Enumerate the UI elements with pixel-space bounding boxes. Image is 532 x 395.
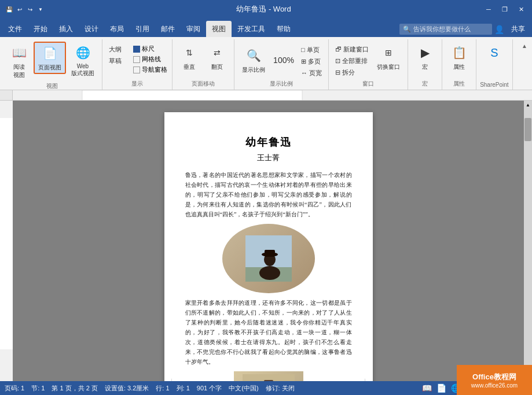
read-view-label: 阅读视图: [13, 63, 25, 79]
page-width-button[interactable]: ↔ 页宽: [298, 68, 325, 79]
outline-button[interactable]: 大纲: [106, 44, 124, 55]
status-bar: 页码: 1 节: 1 第 1 页，共 2 页 设置值: 3.2厘米 行: 1 列…: [0, 381, 532, 395]
content-area: 幼年鲁迅 王士菁 鲁迅，著名的中国近代的著名思想家和文学家，描写一个农村的社会时…: [0, 101, 532, 381]
office-logo-line2: www.office26.com: [471, 382, 518, 389]
undo-icon[interactable]: ↩: [15, 5, 24, 14]
tab-insert[interactable]: 插入: [53, 21, 79, 37]
ribbon-group-properties: 📋 属性 属性: [442, 39, 476, 90]
share-button[interactable]: 共享: [507, 23, 530, 36]
gridlines-checkbox[interactable]: 网格线: [132, 54, 168, 64]
tab-layout[interactable]: 布局: [104, 21, 130, 37]
vertical-scrollbar[interactable]: ▲ ▼: [524, 101, 532, 381]
single-page-button[interactable]: □ 单页: [298, 45, 325, 56]
tab-help[interactable]: 帮助: [271, 21, 296, 37]
document-title: 幼年鲁迅: [185, 135, 352, 149]
macro-label: 宏: [422, 63, 428, 71]
window-content: 🗗 新建窗口 ⊡ 全部重排 ⊟ 拆分 ⊞ 切换窗口: [332, 39, 404, 79]
web-view-icon: 🌐: [74, 43, 92, 62]
svg-rect-9: [265, 250, 275, 257]
draft-button[interactable]: 草稿: [106, 56, 124, 67]
tab-view[interactable]: 视图: [206, 21, 232, 37]
window-col: 🗗 新建窗口 ⊡ 全部重排 ⊟ 拆分: [332, 42, 372, 78]
customize-icon[interactable]: ▼: [36, 5, 45, 14]
watch-image: TIMEX: [234, 371, 303, 381]
scroll-up-arrow[interactable]: ▲: [524, 101, 532, 109]
title-bar: 💾 ↩ ↪ ▼ 幼年鲁迅 - Word ─ ❐ ✕: [0, 0, 532, 19]
tab-developer[interactable]: 开发工具: [232, 21, 271, 37]
properties-label: 属性: [453, 63, 465, 71]
minimize-button[interactable]: ─: [482, 3, 495, 16]
ribbon-group-window: 🗗 新建窗口 ⊡ 全部重排 ⊟ 拆分 ⊞ 切换窗口 窗口: [329, 39, 408, 90]
switch-window-icon: ⊞: [379, 43, 398, 62]
gridlines-label: 网格线: [142, 55, 161, 64]
flip-page-label: 翻页: [211, 63, 223, 71]
search-box[interactable]: 🔍 告诉我你想要做什么: [399, 24, 492, 35]
scroll-thumb[interactable]: [524, 118, 531, 141]
ribbon-group-zoom: 🔍 显示比例 100% □ 单页 ⊞ 多页 ↔ 页宽 显示比例: [234, 39, 329, 90]
tab-design[interactable]: 设计: [79, 21, 104, 37]
sharepoint-content: S: [481, 39, 508, 80]
tab-references[interactable]: 引用: [130, 21, 155, 37]
zoom-100-icon: 100%: [274, 51, 293, 69]
vertical-ruler-svg: [0, 101, 13, 381]
show-left-col: 大纲 草稿: [106, 42, 124, 67]
view-mode-read-icon[interactable]: 📖: [422, 383, 432, 393]
ribbon-collapse-button[interactable]: ▲: [520, 42, 529, 50]
ribbon-group-page-movement: ⇅ 垂直 ⇄ 翻页 页面移动: [173, 39, 234, 90]
page-view-button[interactable]: 📄 页面视图: [34, 42, 66, 74]
page-view-label: 页面视图: [38, 64, 61, 72]
tab-mailings[interactable]: 邮件: [155, 21, 181, 37]
svg-point-6: [259, 266, 280, 280]
person-image: [222, 224, 315, 293]
scroll-track[interactable]: [524, 109, 531, 373]
switch-window-label: 切换窗口: [377, 63, 400, 71]
ribbon: 📖 阅读视图 📄 页面视图 🌐 Web版式视图 视图 大纲 草稿: [0, 37, 532, 90]
status-chars: 901 个字: [197, 384, 222, 393]
person-silhouette: [245, 235, 292, 282]
ruler-svg: [13, 90, 532, 100]
title-bar-left: 💾 ↩ ↪ ▼: [5, 5, 45, 14]
macro-group-label: 宏: [422, 79, 428, 90]
paragraph-1: 鲁迅，著名的中国近代的著名思想家和文学家，描写一个农村的社会时代，描写古代的哀一…: [185, 170, 352, 219]
status-section: 节: 1: [31, 384, 45, 393]
document-page: 幼年鲁迅 王士菁 鲁迅，著名的中国近代的著名思想家和文学家，描写一个农村的社会时…: [164, 112, 373, 381]
tab-file[interactable]: 文件: [2, 21, 28, 37]
flip-page-icon: ⇄: [208, 43, 226, 62]
vertical-button[interactable]: ⇅ 垂直: [176, 42, 203, 73]
tab-review[interactable]: 审阅: [181, 21, 206, 37]
properties-button[interactable]: 📋 属性: [446, 42, 472, 73]
nav-pane-checkbox[interactable]: 导航窗格: [132, 65, 168, 75]
close-button[interactable]: ✕: [515, 3, 527, 16]
ribbon-tab-bar: 文件 开始 插入 设计 布局 引用 邮件 审阅 视图 开发工具 帮助 🔍 告诉我…: [0, 19, 532, 37]
svg-rect-1: [82, 90, 302, 100]
save-icon[interactable]: 💾: [5, 5, 14, 14]
zoom-100-button[interactable]: 100%: [270, 49, 297, 71]
window-controls: ─ ❐ ✕: [482, 3, 527, 16]
zoom-level-button[interactable]: 🔍 显示比例: [238, 45, 269, 76]
document-author: 王士菁: [185, 153, 352, 163]
restore-button[interactable]: ❐: [498, 3, 511, 16]
new-window-button[interactable]: 🗗 新建窗口: [332, 44, 372, 55]
zoom-level-icon: 🔍: [244, 46, 263, 65]
flip-page-button[interactable]: ⇄ 翻页: [204, 42, 230, 73]
view-mode-page-icon[interactable]: 📄: [436, 383, 446, 393]
split-button[interactable]: ⊟ 拆分: [332, 67, 372, 78]
page-movement-content: ⇅ 垂直 ⇄ 翻页: [176, 39, 230, 79]
arrange-all-button[interactable]: ⊡ 全部重排: [332, 56, 372, 67]
macro-button[interactable]: ▶ 宏: [412, 42, 438, 73]
sharepoint-button[interactable]: S: [481, 42, 508, 64]
switch-window-button[interactable]: ⊞ 切换窗口: [373, 42, 404, 73]
ruler-checkbox[interactable]: 标尺: [132, 44, 168, 54]
redo-icon[interactable]: ↪: [25, 5, 35, 14]
read-view-button[interactable]: 📖 阅读视图: [6, 42, 32, 81]
multi-page-button[interactable]: ⊞ 多页: [298, 56, 325, 67]
ribbon-group-show: 大纲 草稿 标尺 网格线 导航窗格 显示: [102, 39, 173, 90]
web-view-button[interactable]: 🌐 Web版式视图: [67, 42, 98, 79]
macro-content: ▶ 宏: [412, 39, 438, 79]
ruler-cb-icon: [133, 46, 140, 53]
tab-home[interactable]: 开始: [28, 21, 53, 37]
properties-content: 📋 属性: [446, 39, 472, 79]
zoom-col: □ 单页 ⊞ 多页 ↔ 页宽: [298, 42, 325, 79]
read-view-icon: 📖: [10, 43, 28, 62]
watch-svg: TIMEX: [243, 374, 295, 381]
